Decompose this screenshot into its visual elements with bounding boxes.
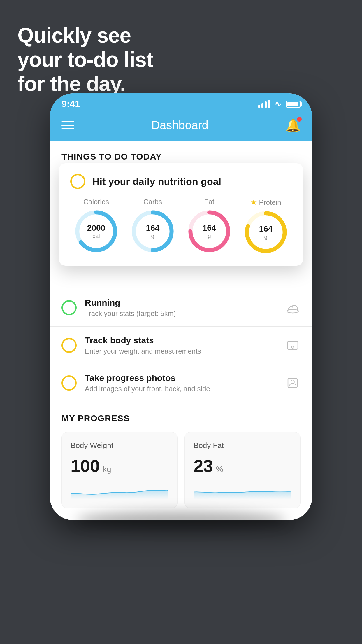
hamburger-line <box>61 121 74 123</box>
donut-value: 164 g <box>203 224 216 239</box>
nutrition-item-calories: Calories 2000 cal <box>70 198 122 253</box>
nutrition-item-fat: Fat 164 g <box>183 198 235 253</box>
phone-shadow <box>76 511 286 529</box>
donut-value: 164 g <box>146 224 160 239</box>
donut-chart: 2000 cal <box>74 209 118 253</box>
nutrition-checkbox[interactable] <box>70 174 85 189</box>
notification-dot <box>297 117 302 122</box>
hero-line3: for the day. <box>17 72 153 96</box>
todo-text: Track body stats Enter your weight and m… <box>85 335 277 355</box>
nutrition-card: Hit your daily nutrition goal Calories 2… <box>59 163 303 266</box>
todo-list: Running Track your stats (target: 5km) <box>50 289 312 402</box>
nutrition-circles: Calories 2000 cal Carbs 164 <box>70 198 292 254</box>
signal-icon <box>258 100 270 108</box>
nutrition-label: Fat <box>204 198 215 206</box>
nutrition-item-carbs: Carbs 164 g <box>127 198 179 253</box>
todo-title: Track body stats <box>85 335 277 345</box>
todo-checkbox[interactable] <box>61 300 77 315</box>
body-fat-unit: % <box>216 465 223 474</box>
body-weight-value: 100 <box>71 456 100 476</box>
todo-subtitle: Add images of your front, back, and side <box>85 385 277 393</box>
status-icons: ∿ <box>258 99 301 109</box>
todo-title: Take progress photos <box>85 373 277 383</box>
body-fat-card: Body Fat 23 % <box>184 432 301 508</box>
hero-line2: your to-do list <box>17 48 153 72</box>
nutrition-title: Hit your daily nutrition goal <box>92 176 221 187</box>
list-item[interactable]: Take progress photos Add images of your … <box>50 364 312 402</box>
nutrition-card-header: Hit your daily nutrition goal <box>70 174 292 189</box>
todo-title: Running <box>85 298 277 308</box>
todo-checkbox[interactable] <box>61 375 77 391</box>
nutrition-label: Carbs <box>143 198 162 206</box>
body-weight-label: Body Weight <box>71 441 168 450</box>
phone-screen: 9:41 ∿ Dashboard <box>50 93 312 520</box>
app-body: THINGS TO DO TODAY Running Track your st… <box>50 141 312 520</box>
status-time: 9:41 <box>61 99 80 109</box>
donut-chart: 164 g <box>187 209 231 253</box>
body-weight-value-row: 100 kg <box>71 456 168 476</box>
hamburger-menu-button[interactable] <box>61 121 74 130</box>
nutrition-label: ★Protein <box>250 198 281 207</box>
nutrition-item-protein: ★Protein 164 g <box>240 198 292 254</box>
donut-chart: 164 g <box>244 210 288 254</box>
svg-point-2 <box>291 346 294 348</box>
body-fat-value-row: 23 % <box>194 456 291 476</box>
donut-chart: 164 g <box>131 209 175 253</box>
todo-text: Running Track your stats (target: 5km) <box>85 298 277 318</box>
body-fat-chart <box>194 482 291 499</box>
hamburger-line <box>61 125 74 126</box>
donut-value: 2000 cal <box>87 224 105 239</box>
todo-text: Take progress photos Add images of your … <box>85 373 277 393</box>
body-fat-label: Body Fat <box>194 441 291 450</box>
nutrition-label: Calories <box>83 198 109 206</box>
body-weight-card: Body Weight 100 kg <box>61 432 178 508</box>
notification-bell-button[interactable]: 🔔 <box>285 118 301 132</box>
battery-icon <box>286 101 301 108</box>
header-title: Dashboard <box>151 119 208 132</box>
todo-subtitle: Track your stats (target: 5km) <box>85 309 277 318</box>
donut-value: 164 g <box>259 225 273 240</box>
body-fat-value: 23 <box>194 456 213 476</box>
hero-text: Quickly see your to-do list for the day. <box>17 23 153 96</box>
wifi-icon: ∿ <box>275 99 281 109</box>
phone-mockup: 9:41 ∿ Dashboard <box>50 93 312 520</box>
body-weight-unit: kg <box>103 465 111 474</box>
progress-section: MY PROGRESS Body Weight 100 kg <box>50 402 312 520</box>
shoe-icon <box>285 300 301 316</box>
svg-point-0 <box>287 309 298 313</box>
todo-subtitle: Enter your weight and measurements <box>85 347 277 355</box>
things-to-do-title: THINGS TO DO TODAY <box>50 141 312 166</box>
todo-checkbox[interactable] <box>61 338 77 353</box>
progress-cards: Body Weight 100 kg <box>61 432 301 508</box>
progress-title: MY PROGRESS <box>61 413 301 423</box>
person-icon <box>285 375 301 391</box>
status-bar: 9:41 ∿ <box>50 93 312 112</box>
body-weight-chart <box>71 482 168 499</box>
scale-icon <box>285 337 301 353</box>
svg-point-4 <box>291 380 294 384</box>
list-item[interactable]: Track body stats Enter your weight and m… <box>50 326 312 364</box>
hero-line1: Quickly see <box>17 23 153 48</box>
list-item[interactable]: Running Track your stats (target: 5km) <box>50 289 312 326</box>
hamburger-line <box>61 128 74 130</box>
app-header: Dashboard 🔔 <box>50 112 312 141</box>
